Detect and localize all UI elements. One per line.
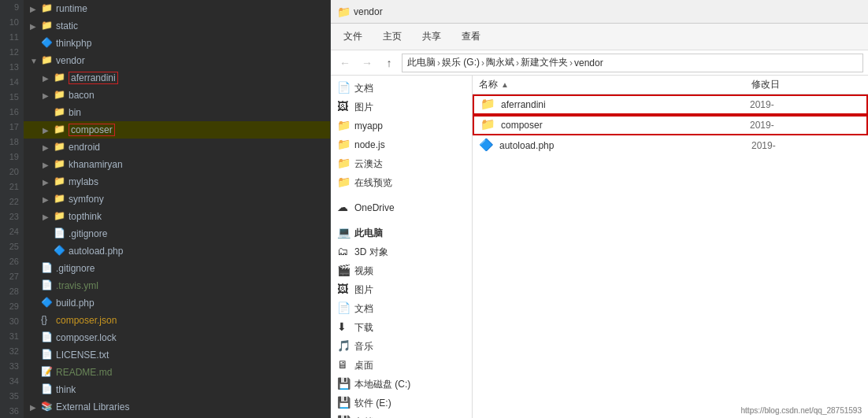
ribbon-tab-home[interactable]: 主页 (373, 27, 411, 46)
nav-item-cdrive[interactable]: 💾 本地磁盘 (C:) (331, 375, 472, 394)
nav-item-label: 软件 (E:) (354, 397, 391, 410)
tree-item-static[interactable]: ▶📁static (24, 17, 330, 35)
tree-item-topthink[interactable]: ▶📁topthink (24, 208, 330, 225)
tree-item-runtime[interactable]: ▶📁runtime (24, 0, 330, 17)
file-row-composer[interactable]: 📁 composer 2019- (473, 115, 868, 135)
tree-icon: 📄 (41, 349, 54, 361)
nav-item-images[interactable]: 🖼 图片 (331, 280, 472, 299)
tree-icon: 📝 (41, 366, 54, 379)
nav-item-3d[interactable]: 🗂 3D 对象 (331, 242, 472, 261)
nav-item-downloads[interactable]: ⬇ 下载 (331, 318, 472, 337)
nav-item-icon: 🗂 (337, 245, 351, 259)
tree-item-composer_json[interactable]: {}composer.json (24, 312, 330, 329)
ribbon-tab-share[interactable]: 共享 (413, 27, 451, 46)
line-number: 30 (9, 313, 19, 328)
nav-item-nodejs[interactable]: 📁 node.js (331, 135, 472, 154)
tree-item-symfony[interactable]: ▶📁symfony (24, 191, 330, 208)
nav-item-label: node.js (354, 139, 385, 150)
line-number: 31 (9, 328, 19, 343)
nav-pane: 📄 文档 🖼 图片 📁 myapp 📁 node.js 📁 云澳达 📁 在线预览… (331, 76, 473, 418)
tree-item-composer[interactable]: ▶📁composer (24, 121, 330, 139)
line-numbers-column: 9101112131415161718192021222324252627282… (0, 0, 24, 418)
tree-label: endroid (69, 142, 100, 153)
nav-item-documents[interactable]: 📄 文档 (331, 299, 472, 318)
tree-item-readme[interactable]: 📝README.md (24, 364, 330, 381)
line-number: 32 (9, 343, 19, 358)
forward-button[interactable]: → (358, 54, 377, 72)
tree-item-think[interactable]: 📄think (24, 381, 330, 398)
line-number: 27 (9, 268, 19, 283)
tree-item-vendor[interactable]: ▼📁vendor (24, 52, 330, 69)
tree-arrow: ▼ (30, 57, 41, 65)
col-name-header[interactable]: 名称 ▲ (479, 78, 751, 91)
tree-item-endroid[interactable]: ▶📁endroid (24, 139, 330, 156)
nav-item-icon: 💾 (337, 377, 351, 391)
tree-item-aferrandini[interactable]: ▶📁aferrandini (24, 69, 330, 87)
tree-item-travis[interactable]: 📄.travis.yml (24, 277, 330, 294)
tree-icon: 📁 (41, 20, 54, 32)
nav-item-thispc[interactable]: 💻 此电脑 (331, 224, 472, 242)
tree-item-thinkphp[interactable]: 🔷thinkphp (24, 35, 330, 52)
tree-icon: 📄 (41, 262, 54, 275)
tree-icon: 📄 (41, 383, 54, 396)
tree-icon: 📄 (41, 279, 54, 292)
ribbon-tab-view[interactable]: 查看 (452, 27, 490, 46)
title-folder-icon: 📁 (337, 6, 351, 18)
windows-explorer: 📁 vendor 文件主页共享查看 ← → ↑ 此电脑 › 娱乐 (G:) › … (331, 0, 868, 418)
nav-item-icon: 💾 (337, 396, 351, 410)
tree-item-gitignore2[interactable]: 📄.gitignore (24, 260, 330, 277)
path-separator: › (437, 57, 440, 68)
tree-arrow: ▶ (43, 91, 54, 100)
back-button[interactable]: ← (336, 54, 354, 72)
tree-item-autoload[interactable]: 🔷autoload.php (24, 242, 330, 260)
tree-item-ext_libs[interactable]: ▶📚External Libraries (24, 398, 330, 416)
tree-label: .gitignore (69, 228, 107, 239)
file-row-icon: 🔷 (479, 138, 495, 154)
file-row-autoload_php[interactable]: 🔷 autoload.php 2019- (473, 135, 868, 156)
ribbon-tab-file[interactable]: 文件 (334, 27, 372, 46)
path-part: vendor (574, 57, 603, 68)
nav-item-pics[interactable]: 🖼 图片 (331, 98, 472, 117)
nav-item-docs[interactable]: 📄 文档 (331, 79, 472, 98)
nav-item-music[interactable]: 🎵 音乐 (331, 337, 472, 356)
nav-item-myapp[interactable]: 📁 myapp (331, 117, 472, 135)
tree-item-build[interactable]: 🔷build.php (24, 294, 330, 312)
tree-label: think (56, 384, 76, 395)
up-button[interactable]: ↑ (380, 54, 399, 72)
address-path[interactable]: 此电脑 › 娱乐 (G:) › 陶永斌 › 新建文件夹 › vendor (402, 54, 863, 72)
tree-item-composer_lock[interactable]: 📄composer.lock (24, 329, 330, 346)
nav-item-label: 此电脑 (354, 227, 383, 240)
nav-item-edrive[interactable]: 💾 软件 (E:) (331, 394, 472, 412)
tree-icon: 📁 (54, 106, 66, 119)
tree-item-bacon[interactable]: ▶📁bacon (24, 87, 330, 104)
path-part: 娱乐 (G:) (442, 56, 480, 69)
tree-item-khanamiryan[interactable]: ▶📁khanamiryan (24, 156, 330, 173)
nav-item-preview[interactable]: 📁 在线预览 (331, 173, 472, 192)
file-row-aferrandini[interactable]: 📁 aferrandini 2019- (473, 94, 868, 115)
line-number: 25 (9, 239, 19, 254)
line-number: 26 (9, 253, 19, 268)
tree-label: autoload.php (69, 246, 123, 257)
nav-item-onedrive[interactable]: ☁ OneDrive (331, 198, 472, 217)
tree-label: mylabs (69, 176, 98, 187)
nav-item-desktop[interactable]: 🖥 桌面 (331, 356, 472, 375)
tree-icon: 📁 (54, 193, 66, 205)
tree-label: aferrandini (69, 72, 118, 84)
nav-item-label: 视频 (354, 264, 373, 278)
line-number: 16 (9, 105, 19, 120)
col-date-header[interactable]: 修改日 (751, 78, 862, 91)
nav-item-fdrive[interactable]: 💾 文档 (F:) (331, 412, 472, 418)
tree-item-bin[interactable]: 📁bin (24, 104, 330, 121)
tree-item-license[interactable]: 📄LICENSE.txt (24, 346, 330, 364)
file-row-date: 2019- (750, 120, 860, 131)
tree-label: composer.lock (56, 332, 117, 343)
tree-icon: 🔷 (54, 245, 66, 257)
nav-item-yunpan[interactable]: 📁 云澳达 (331, 154, 472, 173)
tree-arrow: ▶ (30, 5, 41, 13)
tree-item-mylabs[interactable]: ▶📁mylabs (24, 173, 330, 191)
tree-arrow: ▶ (30, 403, 41, 412)
explorer-titlebar: 📁 vendor (331, 0, 868, 24)
tree-item-gitignore1[interactable]: 📄.gitignore (24, 225, 330, 242)
explorer-content: 📄 文档 🖼 图片 📁 myapp 📁 node.js 📁 云澳达 📁 在线预览… (331, 76, 868, 418)
nav-item-videos[interactable]: 🎬 视频 (331, 261, 472, 280)
